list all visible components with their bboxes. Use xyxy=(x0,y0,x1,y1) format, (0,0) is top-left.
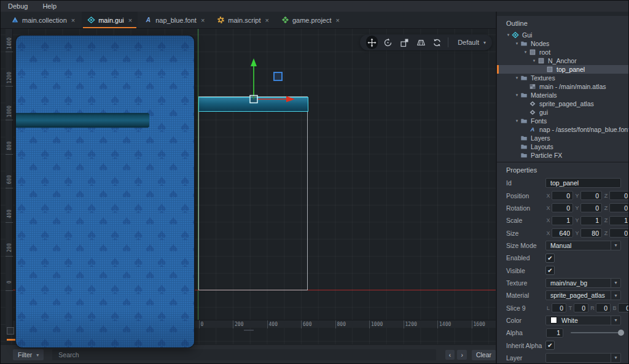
position-x-input[interactable] xyxy=(552,191,573,200)
outline-item-top_panel[interactable]: top_panel xyxy=(497,65,629,74)
scale-y-input[interactable] xyxy=(580,216,602,225)
gizmo-origin-handle[interactable] xyxy=(250,96,257,103)
position-y-input[interactable] xyxy=(580,191,602,200)
outline-item-Materials[interactable]: ▾Materials xyxy=(497,91,629,99)
search-input[interactable] xyxy=(52,349,436,360)
layer-dropdown[interactable]: ▾ xyxy=(545,353,621,363)
color-dropdown[interactable]: White▾ xyxy=(545,316,621,325)
expand-caret-icon[interactable]: ▾ xyxy=(514,41,520,46)
expand-caret-icon[interactable]: ▾ xyxy=(522,50,529,55)
size-y-input[interactable] xyxy=(580,228,602,238)
outline-item-N_Anchor[interactable]: ▾N_Anchor xyxy=(497,56,629,65)
outline-item-Textures[interactable]: ▾Textures xyxy=(497,74,629,82)
property-row-texture: Texturemain/nav_bg▾ xyxy=(497,277,629,289)
alpha-input[interactable] xyxy=(546,328,563,338)
outline-item-main[interactable]: main - /main/main.atlas xyxy=(497,82,629,91)
tab-main.gui[interactable]: main.gui× xyxy=(82,12,138,28)
outline-item-Gui[interactable]: ▾Gui xyxy=(497,31,629,39)
visible-checkbox[interactable]: ✔ xyxy=(545,266,555,275)
tab-main.script[interactable]: main.script× xyxy=(211,12,275,28)
prev-result-button[interactable]: ‹ xyxy=(445,350,455,360)
clear-button[interactable]: Clear xyxy=(472,350,496,360)
tab-main.collection[interactable]: main.collection× xyxy=(6,12,80,28)
dropdown-caret[interactable]: ▾ xyxy=(611,354,620,362)
outline-item-sprite_paged_atlas[interactable]: sprite_paged_atlas xyxy=(497,99,629,108)
tab-game.project[interactable]: game.project× xyxy=(276,12,345,28)
slice-9-t-input[interactable] xyxy=(574,303,588,312)
outline-item-Particle[interactable]: Particle FX xyxy=(497,151,629,160)
close-icon[interactable]: × xyxy=(201,17,205,24)
expand-caret-icon[interactable]: ▾ xyxy=(531,58,537,63)
move-gizmo[interactable] xyxy=(246,56,302,108)
menu-debug[interactable]: Debug xyxy=(8,2,28,10)
gui-scene-bounds xyxy=(198,96,308,290)
layout-label: Default xyxy=(458,39,479,46)
tab-nap_blue.font[interactable]: Anap_blue.font× xyxy=(139,12,210,28)
rotation-y-input[interactable] xyxy=(580,203,602,212)
scale-x-input[interactable] xyxy=(552,216,573,225)
outline-item-Nodes[interactable]: ▾Nodes xyxy=(497,39,629,48)
menu-bar: DebugHelp xyxy=(1,1,629,12)
chevron-down-icon: ▾ xyxy=(614,242,617,248)
ruler-corner-widget[interactable] xyxy=(7,327,14,335)
close-icon[interactable]: × xyxy=(128,17,132,24)
rotate-tool xyxy=(383,38,393,47)
dropdown-caret[interactable]: ▾ xyxy=(611,316,620,325)
property-label: Alpha xyxy=(506,329,523,336)
id-input[interactable] xyxy=(545,178,621,188)
outline-item-label: Textures xyxy=(531,74,555,82)
dropdown-caret[interactable]: ▾ xyxy=(611,291,620,300)
size-z-input[interactable] xyxy=(609,228,629,238)
dropdown-caret[interactable]: ▾ xyxy=(611,241,620,250)
rotation-x-input[interactable] xyxy=(552,203,573,212)
outline-item-root[interactable]: ▾root xyxy=(497,48,629,56)
menu-help[interactable]: Help xyxy=(42,2,57,10)
axis-label: R xyxy=(590,305,595,311)
slice-9-b-input[interactable] xyxy=(618,303,629,312)
gizmo-plane-handle[interactable] xyxy=(274,72,282,80)
outline-item-Layouts[interactable]: Layouts xyxy=(497,142,629,151)
size-mode-dropdown[interactable]: Manual▾ xyxy=(545,241,621,250)
inherit-alpha-checkbox[interactable]: ✔ xyxy=(545,341,555,350)
outline-item-gui[interactable]: gui xyxy=(497,108,629,117)
expand-caret-icon[interactable]: ▾ xyxy=(514,76,520,80)
material-icon xyxy=(529,100,539,107)
gizmo-x-arrow[interactable] xyxy=(286,96,295,103)
expand-caret-icon[interactable]: ▾ xyxy=(514,118,520,123)
alpha-slider[interactable] xyxy=(571,332,622,333)
material-dropdown[interactable]: sprite_paged_atlas▾ xyxy=(545,290,621,300)
filter-dropdown[interactable]: Filter ▾ xyxy=(13,349,44,360)
next-result-button[interactable]: › xyxy=(457,350,467,360)
close-icon[interactable]: × xyxy=(336,17,340,24)
outline-item-Layers[interactable]: Layers xyxy=(497,134,629,142)
layout-selector[interactable]: Default▾ xyxy=(453,39,486,46)
property-label: Rotation xyxy=(506,204,530,212)
close-icon[interactable]: × xyxy=(265,17,269,24)
outline-item-Fonts[interactable]: ▾Fonts xyxy=(497,117,629,125)
scroll-indicator[interactable] xyxy=(244,330,254,331)
expand-caret-icon[interactable]: ▾ xyxy=(514,93,520,98)
scale-tool-button[interactable] xyxy=(399,36,410,49)
gizmo-y-arrow[interactable] xyxy=(251,58,257,66)
size-x-input[interactable] xyxy=(552,228,573,238)
slice-9-l-input[interactable] xyxy=(552,303,566,312)
rotation-z-input[interactable] xyxy=(609,203,629,212)
move-tool-button[interactable] xyxy=(366,36,378,49)
slider-knob[interactable] xyxy=(618,330,624,336)
enabled-checkbox[interactable]: ✔ xyxy=(545,254,555,263)
rotate-tool-button[interactable] xyxy=(383,36,394,49)
scale-z-input[interactable] xyxy=(609,216,629,225)
tab-label: game.project xyxy=(292,17,332,24)
dropdown-caret[interactable]: ▾ xyxy=(611,279,620,287)
perspective-tool-button[interactable] xyxy=(415,36,427,49)
close-icon[interactable]: × xyxy=(71,17,75,24)
refresh-tool-button[interactable] xyxy=(432,36,443,49)
position-z-input[interactable] xyxy=(609,191,629,200)
expand-caret-icon[interactable]: ▾ xyxy=(505,33,512,37)
chevron-down-icon: ▾ xyxy=(614,317,617,323)
axis-label: Z xyxy=(603,230,609,236)
slice-9-r-input[interactable] xyxy=(596,303,611,312)
ruler-label: 0 xyxy=(201,322,204,327)
outline-item-nap[interactable]: Anap - /assets/font/nap_blue.font xyxy=(497,125,629,134)
texture-dropdown[interactable]: main/nav_bg▾ xyxy=(545,278,621,288)
